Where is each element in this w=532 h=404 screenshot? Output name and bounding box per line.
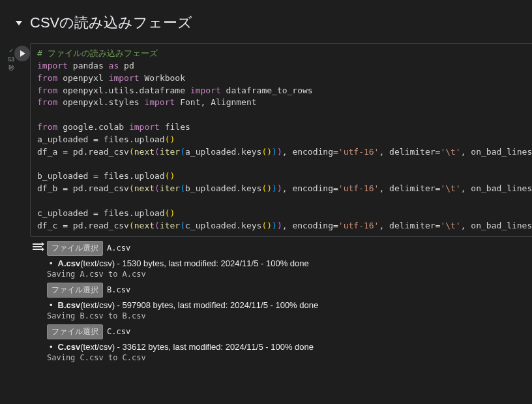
execution-time-value: 53 <box>8 57 14 63</box>
file-choose-button[interactable]: ファイル選択 <box>47 324 103 339</box>
chosen-file-name: C.csv <box>107 327 130 336</box>
chosen-file-name: A.csv <box>107 243 130 253</box>
output-body: ファイル選択 A.csv • A.csv(text/csv) - 1530 by… <box>47 241 532 366</box>
bullet-icon: • <box>50 342 53 352</box>
file-choose-button[interactable]: ファイル選択 <box>47 241 103 256</box>
saving-message: Saving B.csv to B.csv <box>47 311 532 320</box>
execution-time-unit: 秒 <box>8 65 14 71</box>
output-area: ファイル選択 A.csv • A.csv(text/csv) - 1530 by… <box>8 241 532 366</box>
check-icon: ✓ <box>8 47 14 54</box>
chevron-down-icon <box>16 21 22 25</box>
section-title: CSVの読み込みフェーズ <box>30 13 192 33</box>
file-choose-button[interactable]: ファイル選択 <box>47 283 103 298</box>
upload-status: B.csv(text/csv) - 597908 bytes, last mod… <box>58 300 319 310</box>
upload-status: A.csv(text/csv) - 1530 bytes, last modif… <box>58 258 309 268</box>
output-toolbar <box>8 241 47 366</box>
code-cell: ✓ 53 秒 # ファイルの読み込みフェーズ import pandas as … <box>8 43 532 237</box>
bullet-icon: • <box>50 258 53 268</box>
execution-gutter: ✓ 53 秒 <box>8 43 14 237</box>
output-mirror-icon[interactable] <box>33 243 42 366</box>
upload-status: C.csv(text/csv) - 33612 bytes, last modi… <box>58 342 314 352</box>
play-icon <box>20 50 25 57</box>
run-column <box>14 43 30 237</box>
run-cell-button[interactable] <box>14 46 30 61</box>
bullet-icon: • <box>50 300 53 310</box>
section-header[interactable]: CSVの読み込みフェーズ <box>0 0 532 43</box>
code-comment: # ファイルの読み込みフェーズ <box>37 48 158 58</box>
saving-message: Saving C.csv to C.csv <box>47 353 532 362</box>
chosen-file-name: B.csv <box>107 285 130 294</box>
saving-message: Saving A.csv to A.csv <box>47 270 532 279</box>
code-editor[interactable]: # ファイルの読み込みフェーズ import pandas as pd from… <box>30 43 532 237</box>
